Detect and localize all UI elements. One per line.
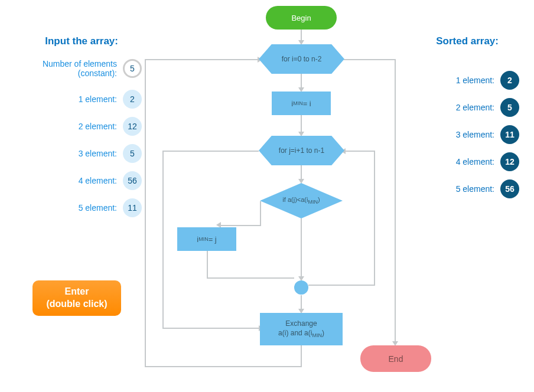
input-label: 3 element:: [79, 149, 117, 158]
sorted-label: 5 element:: [456, 184, 494, 194]
sorted-panel: Sorted array: 1 element: 2 2 element: 5 …: [401, 35, 519, 207]
input-value: 2: [123, 90, 142, 109]
sorted-value: 56: [500, 179, 519, 198]
assign-imin-i: iMIN = i: [272, 92, 331, 115]
begin-terminator: Begin: [266, 6, 337, 30]
input-label: 2 element:: [79, 122, 117, 131]
assign-imin-j: iMIN = j: [177, 227, 236, 251]
exchange: Exchange a(i) and a(iMIN): [260, 313, 343, 345]
sorted-value: 12: [500, 152, 519, 171]
sorted-row: 3 element: 11: [401, 125, 519, 144]
num-elements-label: Number of elements (constant):: [28, 59, 117, 78]
outer-loop: for i=0 to n-2: [259, 44, 344, 74]
end-terminator: End: [360, 345, 431, 372]
input-title: Input the array:: [12, 35, 142, 47]
connector: [294, 280, 308, 295]
flowchart: Begin for i=0 to n-2 iMIN = i for j=i+1 …: [142, 6, 390, 390]
input-value: 12: [123, 117, 142, 136]
enter-label-line1: Enter: [65, 286, 89, 298]
input-label: 1 element:: [79, 94, 117, 104]
sorted-label: 4 element:: [456, 157, 494, 166]
input-row: 3 element: 5: [12, 144, 142, 163]
input-value: 56: [123, 171, 142, 190]
enter-button[interactable]: Enter (double click): [32, 280, 121, 316]
sorted-label: 2 element:: [456, 103, 494, 112]
sorted-value: 11: [500, 125, 519, 144]
num-elements-value: 5: [123, 59, 142, 78]
input-row: 4 element: 56: [12, 171, 142, 190]
sorted-title: Sorted array:: [401, 35, 519, 47]
input-panel: Input the array: Number of elements (con…: [12, 35, 142, 226]
num-elements-row: Number of elements (constant): 5: [12, 59, 142, 78]
input-row: 2 element: 12: [12, 117, 142, 136]
input-row: 1 element: 2: [12, 90, 142, 109]
enter-label-line2: (double click): [46, 298, 107, 311]
sorted-label: 1 element:: [456, 76, 494, 85]
input-label: 5 element:: [79, 203, 117, 213]
sorted-row: 5 element: 56: [401, 179, 519, 198]
inner-loop: for j=i+1 to n-1: [259, 136, 344, 165]
sorted-value: 5: [500, 98, 519, 117]
sorted-row: 1 element: 2: [401, 71, 519, 90]
input-value: 11: [123, 198, 142, 217]
sorted-value: 2: [500, 71, 519, 90]
sorted-row: 4 element: 12: [401, 152, 519, 171]
input-label: 4 element:: [79, 176, 117, 185]
condition: if a(j)<a(iMIN): [260, 183, 343, 218]
sorted-row: 2 element: 5: [401, 98, 519, 117]
input-row: 5 element: 11: [12, 198, 142, 217]
sorted-label: 3 element:: [456, 130, 494, 139]
input-value: 5: [123, 144, 142, 163]
